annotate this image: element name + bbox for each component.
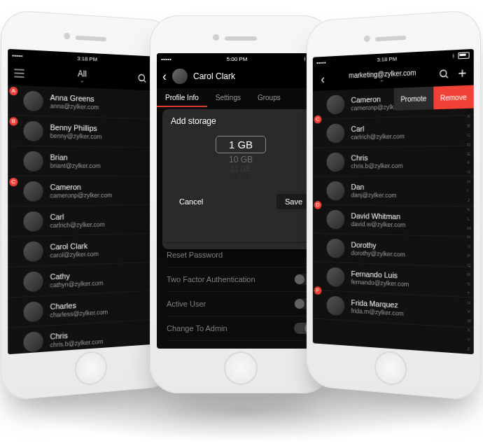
location-icon: 📍 xyxy=(167,349,176,349)
back-icon[interactable]: ‹ xyxy=(162,69,167,84)
phone-right-group: 3:18 PM ᚼ ‹ marketing@zylker.com ⌄ xyxy=(307,9,481,401)
avatar xyxy=(172,69,188,84)
index-letter[interactable]: H xyxy=(468,179,473,183)
index-letter[interactable]: C xyxy=(468,133,473,137)
back-icon[interactable]: ‹ xyxy=(318,74,328,85)
index-letter[interactable]: R xyxy=(468,272,473,277)
avatar xyxy=(327,209,345,229)
row-actions: Promote Remove xyxy=(394,85,474,111)
option-label: Active User xyxy=(167,300,206,308)
battery-icon xyxy=(458,52,469,59)
index-letter[interactable]: P xyxy=(468,253,473,258)
contact-row[interactable]: Carlcarlrich@zylker.com xyxy=(8,205,169,237)
index-letter[interactable]: F xyxy=(468,161,473,165)
index-letter[interactable]: W xyxy=(468,318,473,323)
avatar xyxy=(24,301,43,322)
storage-picker[interactable]: 1 GB 10 GB 11 GB 25 GB xyxy=(171,136,311,181)
avatar xyxy=(327,94,345,114)
signal-dots-icon xyxy=(316,59,326,65)
contact-name: David Whitman xyxy=(351,211,405,221)
index-letter[interactable]: K xyxy=(468,207,473,211)
status-time: 3:18 PM xyxy=(377,55,397,62)
contact-name: Dan xyxy=(351,183,396,192)
index-letter[interactable]: S xyxy=(468,281,473,286)
index-letter[interactable]: Z xyxy=(468,346,473,351)
contact-email: carol@zylker.com xyxy=(50,250,99,259)
contact-row[interactable]: Cameroncameronp@zylker.com xyxy=(8,176,169,206)
contact-email: danj@zylker.com xyxy=(351,191,396,199)
index-letter[interactable]: A xyxy=(468,114,473,118)
index-letter[interactable]: Q xyxy=(468,263,473,267)
index-letter[interactable]: V xyxy=(468,309,473,314)
option-change-to-admin: Change To Admin xyxy=(167,316,315,340)
save-button[interactable]: Save xyxy=(276,194,311,209)
contact-row[interactable]: Carlcarlrich@zylker.com xyxy=(313,115,474,148)
index-letter[interactable]: X xyxy=(468,328,473,333)
contact-name: Cameron xyxy=(50,183,112,192)
contact-row[interactable]: Benny Phillipsbenny@zylker.com xyxy=(8,115,169,148)
index-letter[interactable]: Y xyxy=(468,337,473,342)
contact-row[interactable]: David Whitmandavid.w@zylker.com xyxy=(313,205,474,237)
phone-left-contacts: 3:18 PM ᚼ All ⌄ xyxy=(1,9,175,401)
contact-name: Chris xyxy=(351,153,402,162)
modal-title: Add storage xyxy=(171,116,311,126)
avatar xyxy=(24,90,43,111)
option-label: Reset Password xyxy=(167,251,223,259)
tab-settings[interactable]: Settings xyxy=(207,88,249,107)
index-letter[interactable]: J xyxy=(468,198,473,202)
picker-option[interactable]: 10 GB xyxy=(171,155,311,164)
menu-icon[interactable] xyxy=(13,67,24,79)
option-location: 📍 guduvanchery , chennai xyxy=(167,340,315,349)
home-button[interactable] xyxy=(224,351,258,385)
index-letter[interactable]: I xyxy=(468,188,473,192)
option-active-user: Active User xyxy=(167,291,315,316)
contact-name: Benny Phillips xyxy=(50,123,102,133)
profile-name: Carol Clark xyxy=(193,71,235,81)
avatar xyxy=(24,241,43,261)
contact-name: Brian xyxy=(50,153,101,162)
search-icon[interactable] xyxy=(438,68,449,80)
contact-row[interactable]: Brianbriant@zylker.com xyxy=(8,146,169,176)
section-letter: A xyxy=(9,87,18,96)
index-letter[interactable]: T xyxy=(468,290,473,295)
option-label: Change To Admin xyxy=(167,324,227,332)
promote-button[interactable]: Promote xyxy=(394,87,433,111)
contact-row[interactable]: Dandanj@zylker.com xyxy=(313,176,474,206)
section-letter: F xyxy=(314,286,322,295)
picker-option[interactable]: 11 GB xyxy=(171,165,311,173)
cancel-button[interactable]: Cancel xyxy=(171,194,211,209)
option-label: Two Factor Authentication xyxy=(167,275,255,284)
index-letter[interactable]: E xyxy=(468,151,473,155)
search-icon[interactable] xyxy=(137,73,148,84)
contact-row[interactable]: Chrischris.b@zylker.com xyxy=(313,146,474,176)
contact-row[interactable]: Anna Greensanna@zylker.com xyxy=(8,85,169,120)
index-letter[interactable]: O xyxy=(468,244,473,248)
index-letter[interactable]: N xyxy=(468,235,473,239)
signal-dots-icon xyxy=(12,52,22,59)
avatar xyxy=(327,267,345,286)
contact-email: dorothy@zylker.com xyxy=(351,249,405,258)
add-storage-modal: Add storage 1 GB 10 GB 11 GB 25 GB Cance… xyxy=(162,109,319,249)
picker-option[interactable]: 25 GB xyxy=(171,174,311,181)
section-letter: D xyxy=(314,201,322,209)
add-icon[interactable] xyxy=(456,67,468,79)
avatar xyxy=(24,150,43,171)
picker-selected[interactable]: 1 GB xyxy=(216,136,266,153)
avatar xyxy=(24,211,43,231)
tab-groups[interactable]: Groups xyxy=(249,88,289,107)
tab-profile-info[interactable]: Profile Info xyxy=(157,88,207,107)
remove-button[interactable]: Remove xyxy=(433,85,474,110)
contact-email: cameronp@zylker.com xyxy=(50,191,112,199)
index-letter[interactable]: L xyxy=(468,216,473,220)
home-button[interactable] xyxy=(374,350,407,386)
alpha-index[interactable]: ABCDEFGHIJKLMNOPQRSTUVWXYZ xyxy=(468,114,473,351)
index-letter[interactable]: D xyxy=(468,142,473,146)
index-letter[interactable]: U xyxy=(468,300,473,305)
avatar xyxy=(327,152,345,172)
index-letter[interactable]: B xyxy=(468,123,473,127)
signal-dots-icon xyxy=(161,56,171,62)
index-letter[interactable]: M xyxy=(468,226,473,230)
index-letter[interactable]: G xyxy=(468,170,473,174)
home-button[interactable] xyxy=(75,350,107,386)
option-reset-password[interactable]: Reset Password xyxy=(167,242,315,267)
